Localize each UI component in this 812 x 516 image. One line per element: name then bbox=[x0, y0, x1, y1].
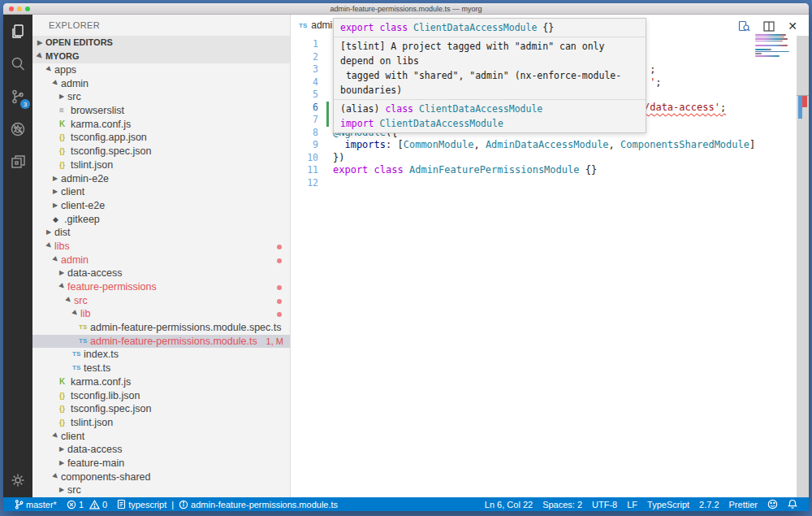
tree-item-label: browserslist bbox=[71, 104, 124, 118]
scm-badge: 3 bbox=[20, 99, 30, 109]
tree-item-libs[interactable]: ▶libs bbox=[32, 240, 290, 254]
tree-item-karma.conf.js[interactable]: Kkarma.conf.js bbox=[32, 118, 290, 132]
workspace-section[interactable]: ▶ MYORG bbox=[32, 50, 290, 63]
tree-item-client[interactable]: ▶client bbox=[32, 430, 290, 444]
error-dot-badge bbox=[277, 312, 282, 317]
search-icon[interactable] bbox=[9, 55, 27, 73]
tree-item-tsconfig.lib.json[interactable]: {}tsconfig.lib.json bbox=[32, 389, 290, 403]
karma-file-icon: K bbox=[59, 118, 71, 132]
title-bar: admin-feature-permissions.module.ts — my… bbox=[3, 3, 809, 15]
notifications-bell-icon[interactable] bbox=[783, 499, 802, 509]
overview-error-mark bbox=[802, 96, 807, 107]
tree-item-src[interactable]: ▶src bbox=[32, 294, 290, 308]
chevron-right-icon: ▶ bbox=[59, 483, 67, 497]
minimize-window-button[interactable] bbox=[17, 7, 22, 11]
debug-icon[interactable] bbox=[9, 120, 27, 138]
tree-item-admin[interactable]: ▶admin bbox=[32, 254, 290, 267]
language-mode-item[interactable]: TypeScript bbox=[642, 500, 694, 509]
tree-item-admin-e2e[interactable]: ▶admin-e2e bbox=[32, 172, 290, 186]
ts-version-item[interactable]: 2.7.2 bbox=[694, 500, 723, 509]
tree-item-admin-feature-permissions.module.ts[interactable]: TSadmin-feature-permissions.module.ts1, … bbox=[32, 335, 290, 349]
chevron-right-icon: ▶ bbox=[59, 267, 67, 280]
problems-item[interactable]: 1 0 bbox=[62, 500, 112, 509]
chevron-right-icon: ▶ bbox=[59, 90, 67, 104]
tree-item-admin[interactable]: ▶admin bbox=[32, 77, 290, 91]
tree-item-dist[interactable]: ▶dist bbox=[32, 226, 290, 240]
tree-item-label: client-e2e bbox=[61, 199, 105, 213]
tree-item-index.ts[interactable]: TSindex.ts bbox=[32, 348, 290, 362]
tree-item-tslint.json[interactable]: {}tslint.json bbox=[32, 416, 290, 430]
source-control-icon[interactable]: 3 bbox=[9, 88, 27, 106]
close-window-button[interactable] bbox=[9, 7, 14, 11]
line-content: }) bbox=[318, 152, 344, 165]
code-line-9[interactable]: 9 imports: [CommonModule, AdminDataAcces… bbox=[291, 139, 809, 152]
tree-item-feature-main[interactable]: ▶feature-main bbox=[32, 457, 290, 470]
tree-item-client-e2e[interactable]: ▶client-e2e bbox=[32, 199, 290, 213]
json-file-icon: {} bbox=[59, 402, 71, 416]
code-line-12[interactable]: 12 bbox=[291, 177, 809, 190]
tree-item-test.ts[interactable]: TStest.ts bbox=[32, 362, 290, 375]
tree-item-lib[interactable]: ▶lib bbox=[32, 307, 290, 321]
tree-item-label: src bbox=[67, 90, 81, 104]
tree-item-karma.conf.js[interactable]: Kkarma.conf.js bbox=[32, 375, 290, 389]
tree-item-browserslist[interactable]: ≡browserslist bbox=[32, 104, 290, 118]
git-modified-gutter-bar bbox=[326, 102, 329, 115]
open-changes-icon[interactable] bbox=[738, 20, 750, 33]
tslint-status-item[interactable]: typescript | admin-feature-permissions.m… bbox=[112, 499, 343, 509]
linter-name: typescript bbox=[128, 500, 166, 509]
encoding-item[interactable]: UTF-8 bbox=[587, 500, 622, 509]
separator: | bbox=[169, 500, 176, 509]
tree-item-src[interactable]: ▶src bbox=[32, 90, 290, 104]
tree-item-label: components-shared bbox=[61, 470, 150, 484]
chevron-right-icon: ▶ bbox=[53, 172, 61, 186]
typescript-file-icon: TS bbox=[79, 335, 90, 349]
tree-item-client[interactable]: ▶client bbox=[32, 185, 290, 199]
code-line-10[interactable]: 10}) bbox=[291, 152, 809, 165]
overview-ruler[interactable] bbox=[797, 36, 809, 497]
tree-item-tsconfig.app.json[interactable]: {}tsconfig.app.json bbox=[32, 131, 290, 145]
code-segment: ; bbox=[720, 102, 726, 113]
settings-gear-icon[interactable] bbox=[9, 471, 27, 489]
open-editors-section[interactable]: ▶ OPEN EDITORS bbox=[32, 36, 290, 50]
extensions-icon[interactable] bbox=[9, 153, 27, 171]
line-content: imports: [CommonModule, AdminDataAccessM… bbox=[318, 139, 755, 152]
line-number: 5 bbox=[291, 89, 318, 102]
minimap[interactable] bbox=[755, 34, 791, 59]
explorer-icon[interactable] bbox=[9, 23, 27, 41]
tree-item-data-access[interactable]: ▶data-access bbox=[32, 443, 290, 457]
chevron-right-icon: ▶ bbox=[53, 185, 61, 199]
typescript-file-icon: TS bbox=[299, 22, 307, 29]
git-branch-item[interactable]: master* bbox=[10, 499, 62, 509]
tree-item-label: admin-e2e bbox=[61, 172, 109, 186]
eol-item[interactable]: LF bbox=[622, 500, 642, 509]
tree-item-label: tslint.json bbox=[71, 416, 113, 430]
code-segment: imports bbox=[333, 139, 386, 150]
tree-item-feature-permissions[interactable]: ▶feature-permissions bbox=[32, 280, 290, 294]
cursor-position-item[interactable]: Ln 6, Col 22 bbox=[480, 500, 538, 509]
code-line-11[interactable]: 11export class AdminFeaturePermissionsMo… bbox=[291, 164, 809, 177]
code-segment: class bbox=[379, 22, 408, 33]
tree-item-components-shared[interactable]: ▶components-shared bbox=[32, 470, 290, 484]
tree-item-label: tsconfig.lib.json bbox=[71, 389, 140, 403]
tree-item-admin-feature-permissions.module.spec.ts[interactable]: TSadmin-feature-permissions.module.spec.… bbox=[32, 321, 290, 335]
close-editor-icon[interactable]: ✕ bbox=[788, 20, 797, 33]
tree-item-label: feature-main bbox=[67, 457, 124, 470]
tree-item-apps[interactable]: ▶apps bbox=[32, 63, 290, 77]
sidebar-title: EXPLORER bbox=[32, 15, 290, 36]
tree-item-data-access[interactable]: ▶data-access bbox=[32, 267, 290, 280]
tree-item-src[interactable]: ▶src bbox=[32, 483, 290, 497]
tree-item-.gitkeep[interactable]: ◆.gitkeep bbox=[32, 213, 290, 227]
zoom-window-button[interactable] bbox=[25, 7, 30, 11]
code-segment: CommonModule bbox=[404, 139, 474, 150]
tree-item-tsconfig.spec.json[interactable]: {}tsconfig.spec.json bbox=[32, 145, 290, 158]
feedback-smiley-icon[interactable] bbox=[762, 499, 783, 509]
code-segment: }) bbox=[333, 152, 344, 163]
code-segment: , bbox=[609, 139, 620, 150]
split-editor-icon[interactable] bbox=[763, 21, 775, 32]
tree-item-tsconfig.spec.json[interactable]: {}tsconfig.spec.json bbox=[32, 402, 290, 416]
indentation-item[interactable]: Spaces: 2 bbox=[538, 500, 587, 509]
prettier-item[interactable]: Prettier bbox=[724, 500, 762, 509]
window-controls[interactable] bbox=[9, 7, 30, 11]
open-editors-label: OPEN EDITORS bbox=[45, 36, 113, 50]
tree-item-tslint.json[interactable]: {}tslint.json bbox=[32, 158, 290, 172]
